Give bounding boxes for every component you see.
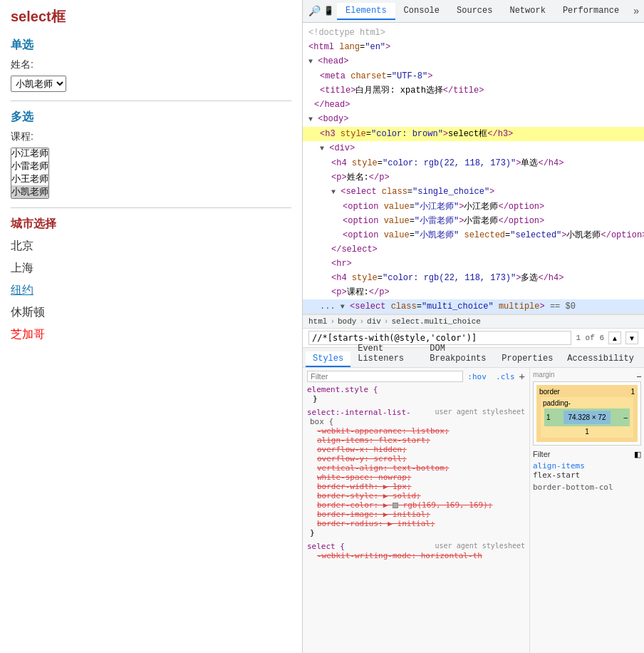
single-select[interactable]: 小江老师 小雷老师 小凯老师 bbox=[11, 76, 66, 92]
xpath-count: 1 of 6 bbox=[576, 334, 604, 342]
css-prop-border-width[interactable]: border-width: ▶ 1px; bbox=[317, 482, 411, 491]
box-padding: 1 74.328 × 72 – bbox=[544, 408, 630, 426]
multi-option-xiaokai[interactable]: 小凯老师 bbox=[11, 185, 48, 198]
css-props-block: -webkit-appearance: listbox; align-items… bbox=[307, 426, 525, 528]
devtools-tab-bar: 🔎 📱 Elements Console Sources Network Per… bbox=[303, 0, 644, 23]
city-item-chicago[interactable]: 芝加哥 bbox=[11, 327, 291, 342]
css-prop-border-style[interactable]: border-style: ▶ solid; bbox=[317, 491, 421, 500]
css-prop-align-items[interactable]: align-items: flex-start; bbox=[317, 436, 430, 445]
tree-line-hr1[interactable]: <hr> bbox=[303, 257, 644, 271]
styles-tabs: Styles Event Listeners DOM Breakpoints P… bbox=[303, 348, 644, 368]
filter-hov-cls[interactable]: :hov .cls bbox=[467, 372, 514, 381]
tab-dom-breakpoints[interactable]: DOM Breakpoints bbox=[422, 341, 494, 367]
breadcrumb-body[interactable]: body bbox=[338, 317, 356, 326]
right-css-rule: align-items flex-start bbox=[533, 461, 641, 480]
tree-line-meta[interactable]: <meta charset="UTF-8"> bbox=[303, 69, 644, 83]
city-section-title: 城市选择 bbox=[11, 217, 291, 232]
box-border: padding- 1 74.328 × 72 – bbox=[541, 397, 633, 438]
styles-filter-input[interactable] bbox=[307, 371, 463, 382]
city-item-beijing[interactable]: 北京 bbox=[11, 239, 291, 254]
box-margin-dash: – bbox=[637, 371, 641, 380]
tree-line-opt1[interactable]: <option value="小江老师">小江老师</option> bbox=[303, 200, 644, 214]
multi-option-xiaowang[interactable]: 小王老师 bbox=[11, 173, 48, 185]
tree-line-body[interactable]: ▼ <body> bbox=[303, 112, 644, 127]
box-border-bottom: 1 bbox=[585, 428, 589, 436]
css-prop-webkit-appearance[interactable]: -webkit-appearance: listbox; bbox=[317, 426, 449, 436]
more-tabs-icon[interactable]: » bbox=[630, 4, 642, 19]
add-style-button[interactable]: + bbox=[519, 371, 525, 382]
tree-line-head[interactable]: ▼ <head> bbox=[303, 54, 644, 69]
tab-elements[interactable]: Elements bbox=[337, 3, 395, 20]
css-rule-close-1: } bbox=[307, 394, 318, 403]
css-prop-vertical-align[interactable]: vertical-align: text-bottom; bbox=[317, 463, 449, 473]
field-label-course: 课程: bbox=[11, 130, 291, 143]
multi-option-xiaolei[interactable]: 小雷老师 bbox=[11, 160, 48, 173]
right-css-prop2: border-bottom-col bbox=[533, 483, 613, 492]
css-selector-internal[interactable]: select:-internal-list- bbox=[307, 408, 411, 417]
tree-line-p-course[interactable]: <p>课程:</p> bbox=[303, 285, 644, 299]
html-tree: <!doctype html> <html lang="en"> ▼ <head… bbox=[303, 23, 644, 314]
tree-line-h4-single[interactable]: <h4 style="color: rgb(22, 118, 173)">单选<… bbox=[303, 156, 644, 170]
multi-select[interactable]: 小江老师 小雷老师 小王老师 小凯老师 bbox=[11, 148, 49, 199]
css-prop-border-image[interactable]: border-image: ▶ initial; bbox=[317, 510, 430, 519]
tab-performance[interactable]: Performance bbox=[554, 3, 628, 20]
breadcrumb-select[interactable]: select.multi_choice bbox=[391, 317, 480, 326]
tree-line-select-single-close[interactable]: </select> bbox=[303, 242, 644, 257]
css-rule-element-style: element.style { } bbox=[307, 385, 525, 403]
right-css-prop[interactable]: align-items bbox=[533, 461, 585, 471]
css-prop-border-color[interactable]: border-color: ▶ rgb(169, 169, 169); bbox=[317, 500, 492, 510]
css-source-ua2: user agent stylesheet bbox=[435, 542, 525, 550]
box-content-size: 74.328 × 72 bbox=[568, 413, 606, 421]
field-label-name: 姓名: bbox=[11, 58, 291, 71]
tab-sources[interactable]: Sources bbox=[448, 3, 501, 20]
css-selector-select[interactable]: select { bbox=[307, 542, 345, 551]
box-model-label: margin bbox=[533, 371, 555, 379]
box-content: 74.328 × 72 bbox=[564, 411, 610, 424]
tree-line-div1[interactable]: ▼ <div> bbox=[303, 141, 644, 156]
right-filter-area: Filter ◧ align-items flex-start border-b… bbox=[533, 450, 641, 492]
breadcrumb-div[interactable]: div bbox=[367, 317, 381, 326]
css-prop-writing-mode[interactable]: -webkit-writing-mode: horizontal-th bbox=[317, 551, 482, 560]
multi-option-xiaojiang[interactable]: 小江老师 bbox=[11, 148, 48, 160]
tree-line-h4-multi[interactable]: <h4 style="color: rgb(22, 118, 173)">多选<… bbox=[303, 271, 644, 285]
inspect-icon[interactable]: 🔎 bbox=[308, 4, 321, 19]
tab-properties[interactable]: Properties bbox=[494, 351, 560, 367]
xpath-next-button[interactable]: ▼ bbox=[625, 331, 638, 344]
devtools-breadcrumb: html › body › div › select.multi_choice bbox=[303, 314, 644, 329]
css-prop-white-space[interactable]: white-space: nowrap; bbox=[317, 473, 411, 482]
divider-2 bbox=[11, 207, 291, 208]
city-item-houston[interactable]: 休斯顿 bbox=[11, 305, 291, 320]
city-item-shanghai[interactable]: 上海 bbox=[11, 261, 291, 276]
tree-line-h3[interactable]: <h3 style="color: brown">select框</h3> bbox=[303, 127, 644, 141]
tree-line-title[interactable]: <title>白月黑羽: xpath选择</title> bbox=[303, 83, 644, 98]
tab-accessibility[interactable]: Accessibility bbox=[560, 351, 641, 367]
city-list: 北京 上海 纽约 休斯顿 芝加哥 bbox=[11, 239, 291, 342]
box-padding-left: 1 bbox=[546, 413, 551, 421]
styles-filter-row: :hov .cls + bbox=[307, 371, 525, 382]
tab-network[interactable]: Network bbox=[501, 3, 554, 20]
tab-console[interactable]: Console bbox=[395, 3, 448, 20]
css-selector-element[interactable]: element.style { bbox=[307, 385, 378, 394]
tree-line-p-name[interactable]: <p>姓名:</p> bbox=[303, 170, 644, 185]
styles-left: :hov .cls + element.style { } select:-in… bbox=[303, 368, 530, 653]
device-icon[interactable]: 📱 bbox=[323, 4, 334, 19]
city-item-newyork[interactable]: 纽约 bbox=[11, 283, 291, 298]
tree-line-html[interactable]: <html lang="en"> bbox=[303, 40, 644, 54]
breadcrumb-html[interactable]: html bbox=[308, 317, 327, 326]
css-rule-select: select {user agent stylesheet -webkit-wr… bbox=[307, 542, 525, 560]
tree-line-head-close[interactable]: </head> bbox=[303, 98, 644, 112]
tab-event-listeners[interactable]: Event Listeners bbox=[350, 341, 422, 367]
section-title-single: 单选 bbox=[11, 38, 291, 53]
css-prop-overflow-y[interactable]: overflow-y: scroll; bbox=[317, 454, 407, 463]
css-prop-border-radius[interactable]: border-radius: ▶ initial; bbox=[317, 519, 435, 528]
css-prop-overflow-x[interactable]: overflow-x: hidden; bbox=[317, 445, 407, 454]
tree-line-opt2[interactable]: <option value="小雷老师">小雷老师</option> bbox=[303, 214, 644, 228]
box-model: border 1 padding- 1 bbox=[533, 381, 641, 446]
tree-line-doctype[interactable]: <!doctype html> bbox=[303, 26, 644, 40]
tab-styles[interactable]: Styles bbox=[306, 351, 350, 367]
devtools-panel: 🔎 📱 Elements Console Sources Network Per… bbox=[303, 0, 644, 653]
tree-line-select-single[interactable]: ▼ <select class="single_choice"> bbox=[303, 185, 644, 200]
tree-line-opt3[interactable]: <option value="小凯老师" selected="selected"… bbox=[303, 228, 644, 242]
xpath-prev-button[interactable]: ▲ bbox=[608, 331, 621, 344]
tree-line-select-multi[interactable]: ... ▼ <select class="multi_choice" multi… bbox=[303, 299, 644, 314]
